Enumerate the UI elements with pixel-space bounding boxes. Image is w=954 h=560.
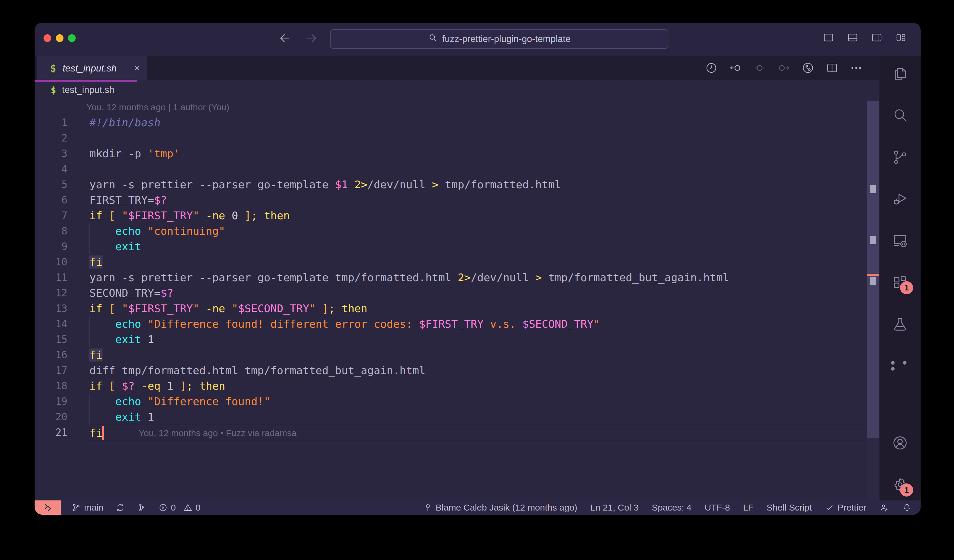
line-content: exit 1	[86, 409, 879, 425]
code-token: $1	[335, 179, 348, 191]
line-number: 18	[34, 378, 86, 394]
timeline-history-icon[interactable]	[705, 61, 718, 76]
tab-test-input-sh[interactable]: $ test_input.sh ×	[37, 56, 147, 81]
toggle-panel-icon[interactable]	[846, 31, 859, 45]
code-line: 5yarn -s prettier --parser go-template $…	[34, 177, 879, 193]
line-content: exit	[86, 239, 879, 254]
sync-icon	[115, 503, 125, 512]
feedback-status[interactable]	[879, 503, 889, 512]
settings-gear-icon[interactable]: 1	[890, 475, 910, 494]
split-editor-icon[interactable]	[826, 61, 839, 76]
accounts-icon[interactable]	[890, 433, 910, 453]
overview-ruler-mark	[870, 236, 876, 244]
code-token	[173, 380, 180, 392]
breadcrumb[interactable]: $ test_input.sh	[34, 81, 879, 100]
back-icon[interactable]	[279, 31, 292, 46]
code-token	[348, 179, 354, 191]
code-token	[161, 380, 167, 392]
traffic-lights	[44, 34, 76, 42]
encoding-status[interactable]: UTF-8	[705, 502, 730, 513]
line-content: mkdir -p 'tmp'	[86, 146, 879, 162]
forward-icon[interactable]	[305, 31, 318, 46]
toggle-primary-sidebar-icon[interactable]	[823, 31, 834, 45]
extensions-icon[interactable]: 1	[890, 273, 910, 292]
customize-layout-icon[interactable]	[895, 31, 907, 45]
indentation-status[interactable]: Spaces: 4	[652, 502, 691, 513]
line-content: if [ $? -eq 1 ]; then	[86, 378, 879, 394]
run-debug-icon[interactable]	[890, 190, 910, 208]
sync-status[interactable]	[115, 503, 125, 512]
code-token: $SECOND_TRY	[522, 318, 593, 330]
activity-bar: 1 • • • 1	[879, 56, 921, 501]
eol-status[interactable]: LF	[743, 502, 754, 513]
check-icon	[825, 503, 834, 512]
code-line: 11yarn -s prettier --parser go-template …	[34, 270, 879, 285]
git-branch-status[interactable]: main	[72, 502, 103, 513]
code-lines: 1#!/bin/bash23mkdir -p 'tmp'45yarn -s pr…	[34, 115, 879, 440]
search-icon[interactable]	[890, 106, 910, 125]
code-line: 14 echo "Difference found! different err…	[34, 316, 879, 332]
cursor-position-status[interactable]: Ln 21, Col 3	[590, 502, 639, 513]
remote-indicator[interactable]	[34, 501, 61, 515]
code-line: 17diff tmp/formatted.html tmp/formatted_…	[34, 363, 879, 378]
line-number: 20	[34, 409, 86, 425]
source-control-icon[interactable]	[890, 148, 910, 167]
minimize-window-button[interactable]	[56, 34, 64, 42]
problems-status[interactable]: 0 0	[158, 502, 200, 513]
vscode-window: fuzz-prettier-plugin-go-template $ test_…	[34, 23, 921, 515]
branch-name: main	[84, 502, 103, 513]
scrollbar-track[interactable]	[867, 100, 879, 501]
code-token: ]	[245, 209, 251, 222]
code-token: "	[193, 209, 200, 222]
code-token: "Difference found! different error codes…	[148, 318, 419, 330]
code-token	[238, 209, 245, 222]
line-content: echo "continuing"	[86, 223, 879, 239]
code-token: FIRST_TRY=	[89, 194, 154, 206]
code-token: fi	[89, 256, 102, 268]
git-blame-header: You, 12 months ago | 1 author (You)	[34, 100, 879, 115]
search-value: fuzz-prettier-plugin-go-template	[442, 34, 571, 44]
breadcrumb-file[interactable]: test_input.sh	[62, 85, 114, 95]
command-center-search[interactable]: fuzz-prettier-plugin-go-template	[330, 29, 669, 49]
more-actions-icon[interactable]	[850, 61, 863, 76]
formatter-status[interactable]: Prettier	[825, 502, 866, 513]
code-token	[89, 395, 115, 408]
close-window-button[interactable]	[44, 34, 51, 42]
maximize-window-button[interactable]	[68, 34, 76, 42]
current-change-icon[interactable]	[753, 61, 766, 76]
next-change-icon[interactable]	[777, 61, 790, 76]
code-token: "Difference found!"	[148, 395, 270, 408]
code-token: -ne	[206, 209, 225, 222]
code-token: yarn -s prettier --parser go-template tm…	[89, 271, 458, 283]
code-token: "	[122, 302, 128, 314]
code-token: "continuing"	[148, 225, 225, 237]
scrollbar-thumb[interactable]	[867, 101, 879, 438]
close-tab-icon[interactable]: ×	[134, 63, 140, 73]
code-token	[141, 225, 148, 237]
toggle-secondary-sidebar-icon[interactable]	[871, 31, 883, 45]
remote-explorer-icon[interactable]	[890, 231, 910, 250]
code-token: $?	[161, 287, 173, 299]
source-control-graph-icon[interactable]	[801, 61, 814, 76]
blame-status[interactable]: Blame Caleb Jasik (12 months ago)	[423, 502, 577, 513]
code-token	[115, 380, 122, 392]
code-token	[316, 302, 322, 314]
notifications-status[interactable]	[902, 503, 912, 512]
language-mode-status[interactable]: Shell Script	[767, 502, 812, 513]
git-graph-status[interactable]	[137, 503, 147, 512]
line-number: 7	[34, 208, 86, 223]
code-token: if	[89, 209, 102, 222]
code-token: if	[89, 302, 102, 314]
previous-change-icon[interactable]	[729, 61, 742, 76]
code-line: 2	[34, 131, 879, 146]
code-token	[141, 318, 148, 330]
code-editor[interactable]: You, 12 months ago | 1 author (You) 1#!/…	[34, 100, 879, 501]
tab-bar: $ test_input.sh ×	[34, 56, 879, 81]
code-token: #!/bin/bash	[89, 117, 161, 129]
additional-views-icon[interactable]: • • •	[890, 356, 910, 375]
explorer-icon[interactable]	[890, 64, 910, 83]
line-content: yarn -s prettier --parser go-template tm…	[86, 270, 879, 285]
status-bar: main 0 0 Blame Caleb Jasik (12 months ag…	[34, 501, 921, 515]
testing-icon[interactable]	[890, 314, 910, 334]
search-icon	[428, 33, 438, 45]
